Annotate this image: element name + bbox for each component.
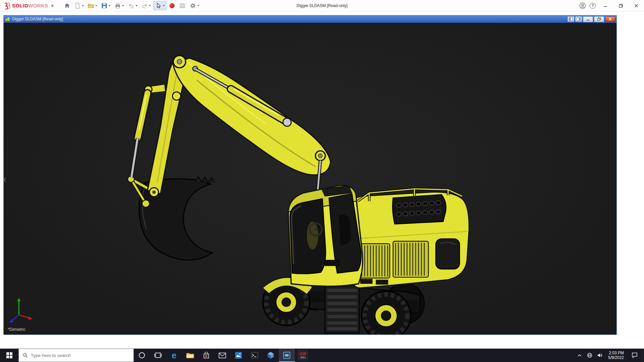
search-icon — [23, 353, 28, 358]
window-minimize-button[interactable] — [598, 0, 613, 11]
excavator-model — [128, 56, 469, 335]
doc-minimize-icon — [586, 17, 590, 21]
solidworks-logo-icon — [3, 2, 11, 9]
undo-icon — [128, 2, 135, 9]
app-titlebar-right: ? — [578, 0, 644, 11]
select-cursor-icon — [155, 2, 162, 9]
doc-minimize-button[interactable] — [583, 16, 593, 22]
edge-button[interactable]: e — [166, 349, 182, 362]
network-button[interactable] — [585, 349, 595, 362]
cortana-icon — [138, 352, 146, 359]
save-button[interactable] — [100, 1, 112, 10]
dropdown-caret-icon[interactable] — [95, 5, 97, 6]
appearance-button[interactable] — [167, 1, 177, 10]
show-desktop-button[interactable] — [642, 349, 644, 362]
volume-icon — [597, 353, 602, 358]
window-maximize-button[interactable] — [613, 0, 629, 11]
app-window-icon — [283, 352, 290, 359]
boom — [173, 58, 331, 175]
quick-access-toolbar — [62, 1, 201, 10]
app-titlebar: SOLIDWORKS — [0, 0, 644, 11]
edrawings-button[interactable] — [263, 349, 279, 362]
doc-restore-button[interactable] — [594, 16, 604, 22]
graphics-viewport[interactable]: *Dimetric — [4, 23, 616, 335]
home-button[interactable] — [62, 1, 72, 10]
tray-chevron-button[interactable] — [575, 349, 585, 362]
gear-icon — [190, 2, 196, 9]
taskbar-search[interactable] — [18, 349, 134, 362]
red-sphere-icon — [169, 2, 175, 9]
store-button[interactable] — [198, 349, 214, 362]
open-folder-icon — [88, 2, 94, 9]
open-button[interactable] — [86, 1, 99, 10]
viewport-canvas[interactable] — [4, 23, 616, 335]
help-button[interactable]: ? — [588, 0, 598, 11]
document-title: Digger.SLDASM [Read-only] — [12, 17, 63, 21]
solidworks-app-button[interactable] — [279, 349, 295, 362]
print-button[interactable] — [113, 1, 125, 10]
sw-2021-icon: SW 2021 — [298, 350, 308, 360]
dropdown-caret-icon[interactable] — [82, 5, 84, 6]
doc-panel-button-2[interactable] — [575, 16, 582, 22]
toolbar-expand-arrow[interactable] — [52, 4, 54, 7]
document-window-controls — [568, 16, 615, 22]
file-explorer-icon — [186, 352, 194, 359]
chevron-up-icon — [578, 354, 582, 357]
taskbar-clock[interactable]: 2:03 PM 5/9/2022 — [605, 349, 627, 362]
mail-button[interactable] — [214, 349, 230, 362]
taskbar-search-input[interactable] — [31, 353, 129, 358]
undo-button[interactable] — [126, 1, 139, 10]
view-orientation-label: *Dimetric — [8, 327, 25, 332]
volume-button[interactable] — [595, 349, 605, 362]
dropdown-caret-icon[interactable] — [136, 5, 138, 6]
task-view-button[interactable] — [150, 349, 166, 362]
dropdown-caret-icon[interactable] — [122, 5, 124, 6]
clock-time: 2:03 PM — [609, 351, 624, 355]
photos-button[interactable] — [230, 349, 247, 362]
solidworks-2021-button[interactable]: SW 2021 — [295, 349, 311, 362]
system-tray: 2:03 PM 5/9/2022 — [575, 349, 644, 362]
file-explorer-button[interactable] — [182, 349, 198, 362]
panel-collapse-arrow[interactable] — [4, 177, 6, 184]
body-house — [350, 189, 469, 288]
cube-3d-icon — [267, 352, 274, 359]
new-document-icon — [74, 2, 81, 9]
home-icon — [64, 2, 70, 9]
start-button[interactable] — [0, 349, 18, 362]
dropdown-caret-icon[interactable] — [163, 5, 165, 6]
assembly-document-icon — [5, 16, 10, 22]
print-icon — [114, 2, 121, 9]
help-icon: ? — [590, 3, 596, 9]
minimize-icon — [603, 4, 607, 8]
redo-button[interactable] — [140, 1, 152, 10]
stick-cylinder — [131, 86, 152, 177]
panel-right-icon — [577, 17, 581, 21]
doc-restore-icon — [597, 17, 601, 21]
photos-icon — [235, 352, 242, 359]
dropdown-caret-icon[interactable] — [197, 5, 199, 6]
properties-button[interactable] — [178, 1, 187, 10]
select-button[interactable] — [153, 1, 166, 10]
window-close-button[interactable] — [629, 0, 644, 11]
cortana-button[interactable] — [134, 349, 150, 362]
doc-close-button[interactable] — [605, 16, 615, 22]
logo-text: SOLIDWORKS — [12, 3, 48, 8]
mail-icon — [219, 353, 226, 358]
maximize-icon — [619, 4, 623, 8]
dropdown-caret-icon[interactable] — [149, 5, 151, 6]
store-icon — [203, 352, 210, 359]
solidworks-logo: SOLIDWORKS — [0, 2, 48, 9]
options-button[interactable] — [188, 1, 201, 10]
dropdown-caret-icon[interactable] — [109, 5, 111, 6]
document-titlebar[interactable]: Digger.SLDASM [Read-only] — [4, 15, 616, 23]
network-icon — [587, 353, 592, 358]
doc-panel-button-1[interactable] — [568, 16, 574, 22]
notification-icon — [632, 352, 638, 358]
terminal-button[interactable] — [247, 349, 263, 362]
new-document-button[interactable] — [73, 1, 85, 10]
clock-date: 5/9/2022 — [608, 355, 624, 360]
desktop: SOLIDWORKS — [0, 0, 644, 362]
save-icon — [101, 2, 108, 9]
action-center-button[interactable] — [627, 349, 642, 362]
account-button[interactable] — [578, 0, 588, 11]
